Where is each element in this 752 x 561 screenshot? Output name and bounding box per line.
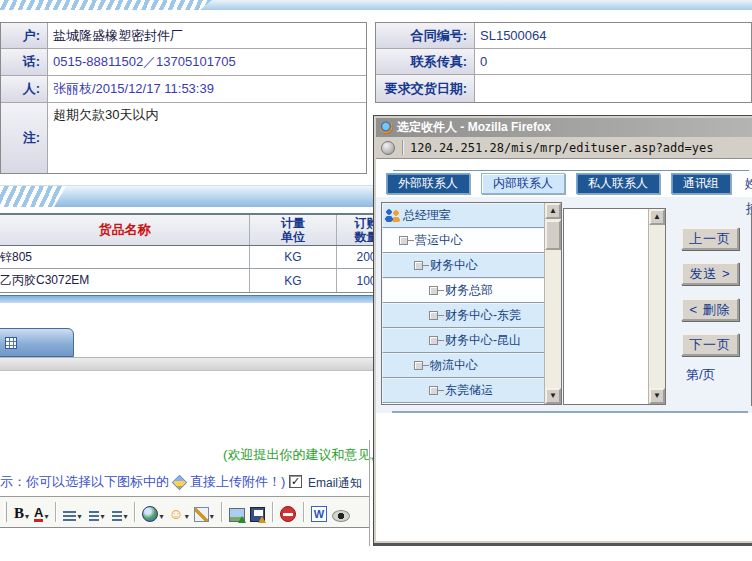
tree-item-label: 财务中心: [430, 257, 478, 274]
email-notify-label: Email通知: [308, 475, 362, 492]
next-page-button[interactable]: 下一页: [681, 333, 739, 356]
site-globe-icon: [381, 141, 395, 155]
tab-external-contacts[interactable]: 外部联系人: [386, 173, 470, 194]
scroll-up-button[interactable]: ▲: [649, 209, 665, 225]
numbered-list-button[interactable]: ▾: [85, 501, 105, 523]
image-icon: [229, 508, 245, 522]
toolbar-separator: [221, 502, 222, 522]
tree-item-label: 总经理室: [403, 207, 451, 224]
scroll-thumb[interactable]: [545, 220, 561, 250]
col-product-name: 货品名称: [0, 215, 250, 245]
remove-format-button[interactable]: [279, 501, 297, 523]
popup-content: 外部联系人 内部联系人 私人联系人 通讯组 姓 接 总经理室 营运中心 财务中心…: [376, 159, 752, 541]
globe-icon: [142, 506, 158, 522]
creator-label: 人:: [1, 76, 48, 102]
tree-item-label: 财务中心-东莞: [445, 307, 521, 324]
tree-node-icon: [429, 286, 438, 295]
contact-tabs: 外部联系人 内部联系人 私人联系人 通讯组: [386, 173, 731, 194]
window-titlebar[interactable]: 选定收件人 - Mozilla Firefox: [376, 118, 752, 137]
customer-label: 户:: [1, 23, 48, 48]
upload-tip: 提示：你可以选择以下图标中的 直接上传附件！): [0, 473, 285, 491]
tree-item-finance-dongguan[interactable]: 财务中心-东莞: [382, 303, 545, 328]
tab-internal-contacts[interactable]: 内部联系人: [481, 173, 565, 194]
tree-node-icon: [414, 261, 423, 270]
tip-suffix: 直接上传附件！): [190, 473, 285, 491]
page: 户: 盐城隆盛橡塑密封件厂 话: 0515-88811502／137051017…: [0, 0, 752, 561]
toolbar-separator: [272, 502, 273, 522]
tree-scrollbar[interactable]: ▲ ▼: [544, 203, 561, 404]
indent-button[interactable]: ▾: [108, 501, 128, 523]
address-bar[interactable]: 120.24.251.28/mis/mrp/edituser.asp?add=y…: [376, 137, 752, 159]
scroll-up-button[interactable]: ▲: [545, 203, 561, 219]
firefox-icon: [380, 121, 393, 134]
form-row-note: 注: 超期欠款30天以内: [1, 103, 366, 173]
tree-node-icon: [399, 236, 408, 245]
item-name: 乙丙胶C3072EM: [0, 272, 89, 289]
url-separator: [402, 140, 403, 155]
word-import-button[interactable]: W: [310, 501, 328, 523]
tree-item-logistics[interactable]: 物流中心: [382, 353, 545, 378]
window-title: 选定收件人 - Mozilla Firefox: [397, 119, 551, 136]
upload-html-button[interactable]: [249, 501, 266, 523]
toolbar-grip: [4, 502, 7, 522]
send-button[interactable]: 发送 >: [681, 262, 739, 285]
edit-table-button[interactable]: ▾: [193, 501, 215, 523]
tab-groups[interactable]: 通讯组: [671, 173, 731, 194]
scroll-down-button[interactable]: ▼: [545, 388, 561, 404]
tree-item-dongguan-storage[interactable]: 东莞储运: [382, 378, 545, 403]
tree-item-label: 财务中心-昆山: [445, 332, 521, 349]
tree-item-finance-kunshan[interactable]: 财务中心-昆山: [382, 328, 545, 353]
selected-recipients-listbox[interactable]: ▲ ▼: [563, 208, 666, 405]
editor-toolbar: B▾ A▾ ▾ ▾ ▾ ▾ ☺▾ ▾ W: [0, 496, 369, 528]
tree-node-icon: [429, 311, 438, 320]
grid-icon: [5, 337, 17, 349]
preview-button[interactable]: [331, 501, 351, 523]
fax-label: 联系传真:: [376, 49, 475, 74]
form-row-customer: 户: 盐城隆盛橡塑密封件厂: [1, 23, 366, 49]
item-unit: KG: [250, 269, 337, 292]
upload-attachment-icon[interactable]: [172, 474, 188, 490]
align-button[interactable]: ▾: [62, 501, 82, 523]
eye-icon: [332, 510, 350, 522]
suggestion-text: (欢迎提出你的建议和意见,: [0, 446, 374, 464]
frame-top-border: [393, 170, 749, 171]
no-entry-icon: [280, 506, 296, 522]
delivery-date-value[interactable]: [475, 75, 751, 102]
tab-private-contacts[interactable]: 私人联系人: [576, 173, 660, 194]
item-unit: KG: [250, 246, 337, 268]
bold-button[interactable]: B▾: [13, 501, 30, 523]
tree-item-gm-office[interactable]: 总经理室: [382, 203, 545, 228]
note-value[interactable]: 超期欠款30天以内: [48, 103, 366, 173]
order-form-left: 户: 盐城隆盛橡塑密封件厂 话: 0515-88811502／137051017…: [0, 22, 367, 174]
select-recipient-window: 选定收件人 - Mozilla Firefox 120.24.251.28/mi…: [373, 115, 752, 546]
pencil-icon: [194, 507, 209, 522]
tree-node-icon: [414, 361, 423, 370]
prev-page-button[interactable]: 上一页: [681, 227, 739, 250]
frame-bottom-border: [392, 411, 748, 413]
font-color-button[interactable]: A▾: [33, 501, 49, 523]
email-notify-checkbox[interactable]: ✓: [289, 475, 302, 488]
toolbar-separator: [134, 502, 135, 522]
top-gradient-bar: [0, 0, 752, 10]
department-tree: 总经理室 营运中心 财务中心 财务总部 财务中心-东莞 财务中心-昆山 物流中心…: [381, 202, 562, 405]
emoticon-button[interactable]: ☺▾: [168, 501, 190, 523]
diagonal-stripes: [0, 0, 212, 10]
hyperlink-button[interactable]: ▾: [141, 501, 164, 523]
page-label: 第/页: [686, 366, 716, 384]
smiley-icon: ☺: [169, 506, 184, 522]
scroll-down-button[interactable]: ▼: [649, 388, 665, 404]
tree-item-finance-center[interactable]: 财务中心: [382, 253, 545, 278]
delete-button[interactable]: < 删除: [681, 298, 739, 321]
insert-image-button[interactable]: [228, 501, 246, 523]
form-row-fax: 联系传真: 0: [376, 49, 751, 75]
tree-item-label: 东莞储运: [445, 382, 493, 399]
listbox-scrollbar[interactable]: ▲ ▼: [648, 209, 665, 404]
attachment-tab-button[interactable]: [0, 328, 74, 357]
tree-item-label: 财务总部: [445, 282, 493, 299]
tree-item-operations[interactable]: 营运中心: [382, 228, 545, 253]
col-unit: 计量单位: [281, 216, 305, 244]
url-text[interactable]: 120.24.251.28/mis/mrp/edituser.asp?add=y…: [410, 141, 713, 155]
tip-prefix: 提示：你可以选择以下图标中的: [0, 473, 169, 491]
tree-item-finance-hq[interactable]: 财务总部: [382, 278, 545, 303]
toolbar-separator: [55, 502, 56, 522]
